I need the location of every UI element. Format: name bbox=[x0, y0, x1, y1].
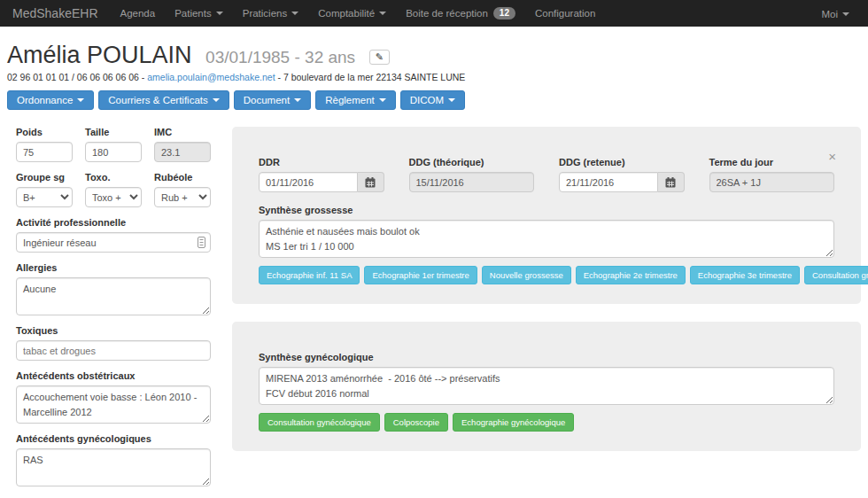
patient-birthdate-age: 03/01/1985 - 32 ans bbox=[205, 48, 355, 66]
synthese-grossesse-textarea[interactable]: Asthénie et nausées mais boulot ok MS 1e… bbox=[259, 220, 834, 258]
reglement-button[interactable]: Règlement bbox=[315, 90, 396, 110]
taille-input[interactable] bbox=[85, 142, 142, 162]
datalist-icon bbox=[198, 237, 205, 248]
colposcopie-button[interactable]: Colposcopie bbox=[384, 413, 448, 432]
nav-item-label: Praticiens bbox=[243, 8, 288, 19]
pencil-icon: ✎ bbox=[376, 51, 384, 62]
dossier-panels: × DDR bbox=[232, 127, 861, 451]
echographie-3e-trimestre-button[interactable]: Echographie 3e trimestre bbox=[690, 266, 800, 284]
ddr-input[interactable] bbox=[259, 172, 358, 192]
antecedents-gynecologiques-textarea[interactable]: RAS bbox=[16, 448, 211, 486]
separator: - bbox=[142, 72, 145, 82]
echographie-2e-trimestre-button[interactable]: Echographie 2e trimestre bbox=[576, 266, 686, 284]
patient-base-form: Poids Taille IMC Groupe sg B+ bbox=[7, 127, 220, 486]
button-label: Courriers & Certificats bbox=[108, 95, 207, 105]
patient-name: Amélia POULAIN bbox=[7, 42, 192, 68]
synthese-gynecologique-textarea[interactable]: MIRENA 2013 aménorrhée - 2016 ôté --> pr… bbox=[259, 367, 834, 405]
patient-contact-line: 02 96 01 01 01 / 06 06 06 06 06 - amelia… bbox=[7, 72, 861, 82]
calendar-icon bbox=[365, 177, 376, 188]
rubeole-label: Rubéole bbox=[154, 172, 211, 183]
synthese-gynecologique-label: Synthèse gynécologique bbox=[259, 352, 834, 362]
toxo-label: Toxo. bbox=[85, 172, 142, 183]
ddg-retenue-input[interactable] bbox=[559, 172, 658, 192]
toxiques-input[interactable] bbox=[16, 340, 211, 361]
nav-item-label: Comptabilité bbox=[318, 8, 375, 19]
nav-item-label: Patients bbox=[174, 8, 212, 19]
patient-phones: 02 96 01 01 01 / 06 06 06 06 06 bbox=[7, 72, 139, 82]
caret-down-icon bbox=[291, 12, 298, 15]
echographie-inf-11-sa-button[interactable]: Echographie inf. 11 SA bbox=[259, 266, 360, 284]
document-actions-row: Ordonnance Courriers & Certificats Docum… bbox=[7, 90, 861, 110]
caret-down-icon bbox=[77, 98, 84, 102]
patient-header: Amélia POULAIN 03/01/1985 - 32 ans ✎ bbox=[7, 42, 861, 69]
taille-label: Taille bbox=[85, 127, 142, 137]
caret-down-icon bbox=[213, 98, 220, 102]
nav-item-label: Moi bbox=[821, 9, 838, 19]
grossesse-panel: × DDR bbox=[232, 127, 861, 304]
terme-du-jour-label: Terme du jour bbox=[709, 157, 835, 167]
gynecologie-actions-row: Consultation gynécologique Colposcopie E… bbox=[259, 413, 834, 432]
toxo-select[interactable]: Toxo + bbox=[85, 187, 142, 207]
top-navbar: MedShakeEHR Agenda Patients Praticiens C… bbox=[0, 0, 868, 27]
nav-item-comptabilite[interactable]: Comptabilité bbox=[308, 8, 396, 19]
caret-down-icon bbox=[379, 98, 386, 102]
allergies-textarea[interactable]: Aucune bbox=[16, 277, 211, 315]
button-label: Document bbox=[244, 95, 290, 105]
consultation-grossesse-button[interactable]: Consultation grossesse bbox=[804, 266, 868, 284]
poids-label: Poids bbox=[16, 127, 73, 137]
groupe-sg-select[interactable]: B+ bbox=[16, 187, 73, 207]
separator: - bbox=[278, 72, 282, 82]
ddg-theorique-input bbox=[409, 172, 535, 192]
caret-down-icon bbox=[842, 12, 849, 16]
close-icon[interactable]: × bbox=[828, 150, 836, 163]
imc-input bbox=[154, 142, 211, 162]
activite-pro-input[interactable] bbox=[16, 232, 211, 253]
consultation-gynecologique-button[interactable]: Consultation gynécologique bbox=[259, 413, 380, 432]
nav-item-moi[interactable]: Moi bbox=[811, 9, 859, 19]
gynecologie-panel: Synthèse gynécologique MIRENA 2013 améno… bbox=[232, 322, 861, 451]
button-label: DICOM bbox=[410, 95, 444, 105]
caret-down-icon bbox=[216, 12, 223, 15]
imc-label: IMC bbox=[154, 127, 211, 137]
antecedents-obstetricaux-label: Antécédents obstétricaux bbox=[16, 370, 211, 381]
nouvelle-grossesse-button[interactable]: Nouvelle grossesse bbox=[482, 266, 571, 284]
caret-down-icon bbox=[448, 98, 455, 102]
caret-down-icon bbox=[379, 12, 386, 15]
echographie-1er-trimestre-button[interactable]: Echographie 1er trimestre bbox=[364, 266, 477, 284]
ordonnance-button[interactable]: Ordonnance bbox=[7, 90, 94, 110]
edit-patient-button[interactable]: ✎ bbox=[369, 50, 390, 65]
brand-link[interactable]: MedShakeEHR bbox=[12, 6, 98, 20]
patient-email-link[interactable]: amelia.poulain@medshake.net bbox=[147, 72, 275, 82]
ddg-retenue-label: DDG (retenue) bbox=[559, 157, 685, 167]
rubeole-select[interactable]: Rub + bbox=[154, 187, 211, 207]
ddr-label: DDR bbox=[259, 157, 384, 167]
calendar-icon bbox=[665, 177, 676, 188]
nav-item-patients[interactable]: Patients bbox=[165, 8, 233, 19]
courriers-certificats-button[interactable]: Courriers & Certificats bbox=[98, 90, 229, 110]
nav-item-configuration[interactable]: Configuration bbox=[525, 8, 605, 19]
groupe-sg-label: Groupe sg bbox=[16, 172, 73, 183]
antecedents-gynecologiques-label: Antécédents gynécologiques bbox=[16, 433, 211, 444]
activite-pro-label: Activité professionnelle bbox=[16, 217, 211, 228]
dicom-button[interactable]: DICOM bbox=[400, 90, 465, 110]
caret-down-icon bbox=[294, 98, 301, 102]
nav-item-praticiens[interactable]: Praticiens bbox=[233, 8, 309, 19]
button-label: Ordonnance bbox=[17, 95, 73, 105]
grossesse-actions-row: Echographie inf. 11 SA Echographie 1er t… bbox=[259, 266, 834, 284]
ddg-retenue-datepicker-button[interactable] bbox=[658, 172, 685, 192]
patient-address: 7 boulevard de la mer 22134 SAINTE LUNE bbox=[283, 72, 465, 82]
nav-item-agenda[interactable]: Agenda bbox=[111, 8, 166, 19]
synthese-grossesse-label: Synthèse grossesse bbox=[259, 205, 834, 215]
allergies-label: Allergies bbox=[16, 262, 211, 273]
echographie-gynecologique-button[interactable]: Echographie gynécologique bbox=[453, 413, 574, 432]
poids-input[interactable] bbox=[16, 142, 73, 162]
nav-item-label: Boite de réception bbox=[406, 8, 488, 19]
terme-du-jour-input bbox=[709, 172, 835, 192]
inbox-count-badge: 12 bbox=[493, 7, 515, 19]
toxiques-label: Toxiques bbox=[16, 325, 211, 336]
ddr-datepicker-button[interactable] bbox=[358, 172, 384, 192]
nav-item-boite-de-reception[interactable]: Boite de réception 12 bbox=[396, 7, 525, 19]
antecedents-obstetricaux-textarea[interactable]: Accouchement voie basse : Léon 2010 - Ma… bbox=[16, 385, 211, 424]
nav-item-label: Configuration bbox=[535, 8, 595, 19]
document-button[interactable]: Document bbox=[234, 90, 311, 110]
